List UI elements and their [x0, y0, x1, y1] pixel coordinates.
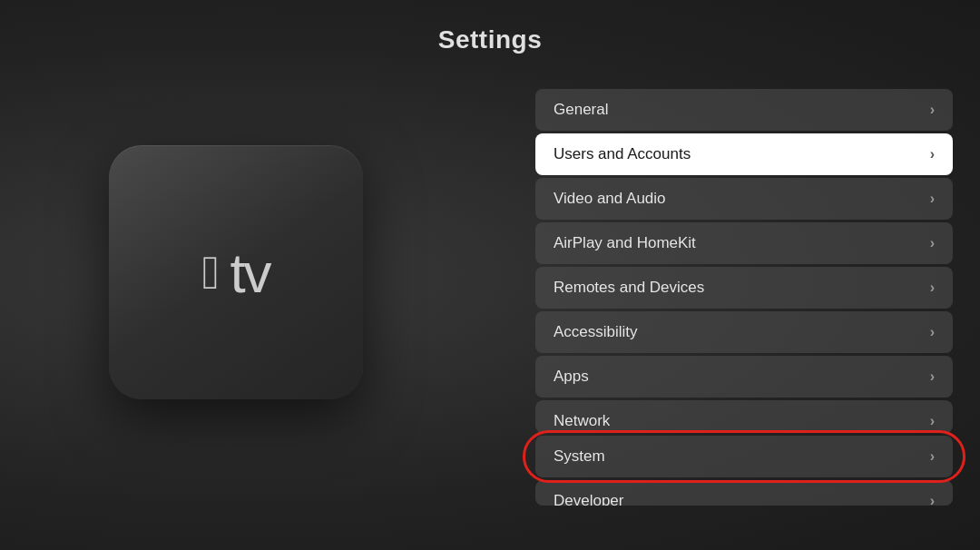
settings-item-general[interactable]: General › [535, 89, 953, 131]
settings-item-apps[interactable]: Apps › [535, 356, 953, 398]
developer-label: Developer [554, 492, 624, 506]
network-partial-container: Network › [535, 400, 953, 433]
airplay-and-homekit-label: AirPlay and HomeKit [554, 234, 696, 252]
airplay-and-homekit-chevron-icon: › [930, 235, 935, 251]
settings-panel: General › Users and Accounts › Video and… [535, 89, 953, 506]
settings-item-network[interactable]: Network › [535, 400, 953, 433]
accessibility-label: Accessibility [554, 323, 638, 341]
general-label: General [554, 101, 608, 119]
developer-partial-container: Developer › [535, 480, 953, 506]
apps-chevron-icon: › [930, 368, 935, 385]
settings-item-accessibility[interactable]: Accessibility › [535, 311, 953, 353]
network-chevron-icon: › [930, 413, 935, 429]
system-wrapper: System › [535, 436, 953, 477]
remotes-and-devices-label: Remotes and Devices [554, 279, 704, 297]
users-and-accounts-label: Users and Accounts [554, 145, 691, 163]
general-chevron-icon: › [930, 102, 935, 118]
settings-item-users-and-accounts[interactable]: Users and Accounts › [535, 133, 953, 175]
settings-item-system[interactable]: System › [535, 436, 953, 477]
settings-item-remotes-and-devices[interactable]: Remotes and Devices › [535, 267, 953, 309]
apple-logo-icon:  [201, 249, 219, 296]
video-and-audio-chevron-icon: › [930, 191, 935, 207]
remotes-and-devices-chevron-icon: › [930, 280, 935, 296]
tv-text: tv [230, 241, 270, 305]
system-label: System [554, 447, 605, 466]
users-and-accounts-chevron-icon: › [930, 146, 935, 162]
device-label:  tv [201, 241, 270, 305]
system-chevron-icon: › [930, 448, 935, 465]
accessibility-chevron-icon: › [930, 324, 935, 340]
settings-item-airplay-and-homekit[interactable]: AirPlay and HomeKit › [535, 222, 953, 264]
network-label: Network [554, 412, 610, 430]
device-box:  tv [109, 145, 363, 399]
developer-chevron-icon: › [930, 493, 935, 506]
settings-item-developer[interactable]: Developer › [535, 480, 953, 506]
apps-label: Apps [554, 368, 589, 386]
page-title: Settings [438, 25, 542, 54]
device-illustration:  tv [82, 118, 390, 427]
settings-item-video-and-audio[interactable]: Video and Audio › [535, 178, 953, 220]
video-and-audio-label: Video and Audio [554, 190, 666, 208]
